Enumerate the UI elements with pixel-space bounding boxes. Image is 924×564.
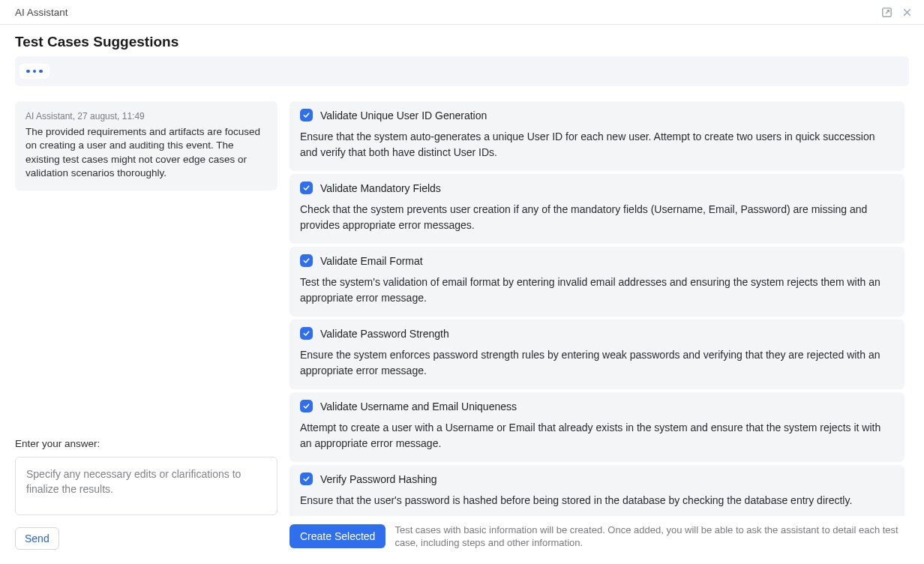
suggestion-item: Validate Email FormatTest the system's v… [290, 247, 904, 316]
suggestion-title: Validate Password Strength [320, 328, 449, 340]
suggestions-column: Validate Unique User ID GenerationEnsure… [290, 101, 909, 550]
suggestion-head: Verify Password Hashing [300, 472, 892, 485]
suggestion-description: Test the system's validation of email fo… [300, 274, 892, 306]
popout-icon[interactable] [880, 6, 893, 19]
loading-strip [15, 56, 909, 86]
dialog-header: AI Assistant [0, 0, 924, 25]
suggestion-description: Check that the system prevents user crea… [300, 202, 892, 233]
assistant-message: AI Assistant, 27 august, 11:49 The provi… [15, 101, 278, 190]
page-title-row: Test Cases Suggestions [0, 25, 924, 56]
suggestion-title: Validate Email Format [320, 255, 423, 267]
suggestion-description: Attempt to create a user with a Username… [300, 420, 892, 452]
suggestion-title: Validate Username and Email Uniqueness [320, 400, 517, 412]
main-columns: AI Assistant, 27 august, 11:49 The provi… [0, 101, 924, 550]
assistant-message-meta: AI Assistant, 27 august, 11:49 [26, 110, 267, 122]
suggestion-head: Validate Mandatory Fields [300, 182, 892, 194]
loading-dot-icon [26, 70, 30, 74]
suggestion-head: Validate Unique User ID Generation [300, 109, 892, 122]
loading-chip [20, 64, 50, 80]
suggestion-head: Validate Email Format [300, 254, 892, 267]
assistant-message-text: The provided requirements and artifacts … [26, 125, 267, 180]
suggestion-title: Validate Unique User ID Generation [320, 110, 487, 122]
suggestions-list[interactable]: Validate Unique User ID GenerationEnsure… [290, 101, 909, 516]
footer-note: Test cases with basic information will b… [394, 524, 909, 550]
suggestion-checkbox[interactable] [300, 400, 313, 412]
suggestion-title: Verify Password Hashing [320, 473, 437, 485]
suggestion-description: Ensure that the user's password is hashe… [300, 493, 892, 508]
suggestion-item: Validate Mandatory FieldsCheck that the … [290, 174, 904, 244]
close-icon[interactable] [901, 6, 914, 19]
suggestions-footer: Create Selected Test cases with basic in… [290, 524, 909, 550]
send-button[interactable]: Send [15, 527, 59, 550]
suggestion-description: Ensure that the system auto-generates a … [300, 129, 892, 160]
create-selected-button[interactable]: Create Selected [290, 524, 386, 548]
suggestion-checkbox[interactable] [300, 109, 313, 122]
suggestion-title: Validate Mandatory Fields [320, 182, 441, 194]
suggestion-item: Validate Password StrengthEnsure the sys… [290, 320, 904, 389]
answer-input[interactable] [15, 457, 278, 515]
header-title: AI Assistant [15, 7, 880, 18]
suggestion-description: Ensure the system enforces password stre… [300, 347, 892, 379]
suggestion-checkbox[interactable] [300, 472, 313, 485]
suggestion-item: Validate Unique User ID GenerationEnsure… [290, 101, 904, 171]
header-actions [880, 6, 914, 19]
page-title: Test Cases Suggestions [15, 34, 909, 50]
chat-column: AI Assistant, 27 august, 11:49 The provi… [15, 101, 278, 550]
suggestion-checkbox[interactable] [300, 254, 313, 267]
loading-dot-icon [33, 70, 37, 74]
suggestion-head: Validate Password Strength [300, 327, 892, 340]
suggestion-head: Validate Username and Email Uniqueness [300, 400, 892, 412]
suggestion-item: Validate Username and Email UniquenessAt… [290, 392, 904, 462]
suggestion-item: Verify Password HashingEnsure that the u… [290, 465, 904, 516]
suggestion-checkbox[interactable] [300, 327, 313, 340]
suggestion-checkbox[interactable] [300, 182, 313, 194]
answer-input-area: Enter your answer: Send [15, 438, 278, 550]
answer-input-label: Enter your answer: [15, 438, 278, 449]
loading-dot-icon [39, 70, 43, 74]
